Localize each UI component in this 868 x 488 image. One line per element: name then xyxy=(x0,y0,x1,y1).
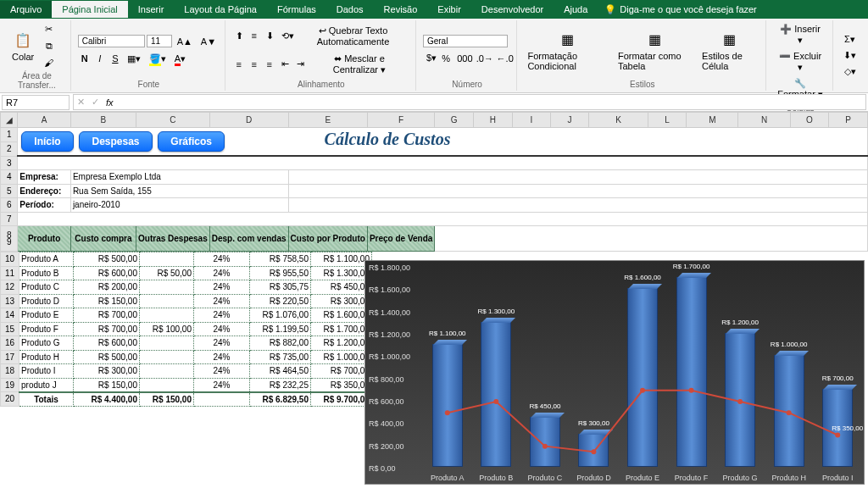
col-header[interactable]: H xyxy=(474,113,513,128)
fx-icon[interactable]: fx xyxy=(106,97,114,108)
conditional-format-button[interactable]: ▦Formatação Condicional xyxy=(524,25,611,75)
fill-color-button[interactable]: 🪣▾ xyxy=(146,52,170,66)
cell-custo[interactable]: R$ 500,00 xyxy=(74,252,140,267)
format-table-button[interactable]: ▦Formatar como Tabela xyxy=(615,25,695,75)
row-header[interactable]: 89 xyxy=(1,226,18,252)
cell-outras[interactable]: R$ 100,00 xyxy=(140,322,194,336)
row-header[interactable]: 11 xyxy=(1,266,19,280)
cell-outras[interactable] xyxy=(140,350,194,364)
clear-button[interactable]: ◇▾ xyxy=(840,64,860,79)
cell-desp[interactable]: 24% xyxy=(194,266,250,280)
cell-custopp[interactable]: R$ 1.076,00 xyxy=(250,308,311,323)
cell-desp[interactable]: 24% xyxy=(194,378,250,392)
cell-total[interactable]: R$ 6.829,50 xyxy=(250,392,311,407)
cell-custopp[interactable]: R$ 305,75 xyxy=(250,280,311,295)
font-name-select[interactable]: Calibri xyxy=(78,35,145,47)
italic-button[interactable]: I xyxy=(93,52,107,65)
cell-custo[interactable]: R$ 700,00 xyxy=(74,322,140,336)
cell-total[interactable]: R$ 9.700,00 xyxy=(311,392,372,407)
cell-total[interactable] xyxy=(194,392,250,407)
cell-produto[interactable]: Produto E xyxy=(19,308,74,323)
cell-styles-button[interactable]: ▦Estilos de Célula xyxy=(698,25,760,75)
row-header[interactable]: 6 xyxy=(1,198,18,213)
align-top-button[interactable]: ⬆ xyxy=(232,29,246,43)
tab-help[interactable]: Ajuda xyxy=(554,1,598,18)
cell-desp[interactable]: 24% xyxy=(194,322,250,336)
cell-custopp[interactable]: R$ 758,50 xyxy=(250,252,311,267)
row-header[interactable]: 17 xyxy=(1,350,19,364)
insert-cells-button[interactable]: ➕ Inserir ▾ xyxy=(773,22,827,47)
th-outras[interactable]: Outras Despesas xyxy=(136,226,210,252)
row-header[interactable]: 10 xyxy=(1,252,19,267)
format-painter-button[interactable]: 🖌 xyxy=(41,56,57,69)
col-header[interactable]: M xyxy=(687,113,738,128)
cell-preco[interactable]: R$ 1.300,00 xyxy=(311,266,372,280)
cell-outras[interactable] xyxy=(140,364,194,379)
dec-decimal-button[interactable]: ←.0 xyxy=(493,52,512,65)
tab-home[interactable]: Página Inicial xyxy=(52,1,127,18)
underline-button[interactable]: S xyxy=(108,52,122,65)
cell-preco[interactable]: R$ 1.100,00 xyxy=(311,252,372,267)
cell-custo[interactable]: R$ 150,00 xyxy=(74,378,140,392)
row-header[interactable]: 13 xyxy=(1,294,19,308)
cell-preco[interactable]: R$ 1.600,00 xyxy=(311,308,372,323)
align-left-button[interactable]: ≡ xyxy=(232,58,246,71)
cell-outras[interactable]: R$ 50,00 xyxy=(140,266,194,280)
select-all-corner[interactable]: ◢ xyxy=(1,113,18,128)
cell-custopp[interactable]: R$ 882,00 xyxy=(250,336,311,351)
align-right-button[interactable]: ≡ xyxy=(263,58,276,71)
col-header[interactable]: E xyxy=(288,113,367,128)
cell-desp[interactable]: 24% xyxy=(194,364,250,379)
tab-insert[interactable]: Inserir xyxy=(128,1,175,18)
cell-desp[interactable]: 24% xyxy=(194,280,250,295)
align-middle-button[interactable]: ≡ xyxy=(248,29,261,42)
border-button[interactable]: ▦▾ xyxy=(124,52,144,66)
cancel-icon[interactable]: ✕ xyxy=(77,97,85,108)
cell-preco[interactable]: R$ 350,00 xyxy=(311,378,372,392)
align-bottom-button[interactable]: ⬇ xyxy=(263,29,276,43)
col-header[interactable]: B xyxy=(70,113,136,128)
font-size-select[interactable]: 11 xyxy=(147,35,172,47)
cell-produto[interactable]: produto J xyxy=(19,378,74,392)
nav-graficos-button[interactable]: Gráficos xyxy=(158,131,225,152)
th-custopp[interactable]: Custo por Produto xyxy=(288,226,367,252)
th-preco[interactable]: Preço de Venda xyxy=(367,226,434,252)
align-center-button[interactable]: ≡ xyxy=(248,58,261,71)
percent-button[interactable]: % xyxy=(438,52,452,65)
cell-produto[interactable]: Produto F xyxy=(19,322,74,336)
tab-review[interactable]: Revisão xyxy=(374,1,428,18)
orientation-button[interactable]: ⟲▾ xyxy=(278,29,294,43)
chart-bar[interactable] xyxy=(725,333,755,467)
cell-outras[interactable] xyxy=(140,308,194,323)
number-format-select[interactable]: Geral xyxy=(423,35,508,47)
cell-total[interactable]: Totais xyxy=(19,392,74,407)
formula-bar[interactable]: ✕✓fx xyxy=(73,94,866,110)
chart[interactable]: R$ 0,00R$ 200,00R$ 400,00R$ 600,00R$ 800… xyxy=(364,260,865,485)
chart-bar[interactable] xyxy=(481,322,511,467)
col-header[interactable]: L xyxy=(648,113,686,128)
cell-outras[interactable] xyxy=(140,280,194,295)
tell-me[interactable]: 💡Diga-me o que você deseja fazer xyxy=(598,1,763,19)
chart-bar[interactable] xyxy=(578,434,609,468)
tab-formulas[interactable]: Fórmulas xyxy=(267,1,326,18)
cell-produto[interactable]: Produto H xyxy=(19,350,74,364)
cell-custo[interactable]: R$ 600,00 xyxy=(74,336,140,351)
row-header[interactable]: 19 xyxy=(1,378,19,392)
col-header[interactable]: J xyxy=(550,113,588,128)
cell-outras[interactable] xyxy=(140,294,194,308)
cell-preco[interactable]: R$ 1.000,00 xyxy=(311,350,372,364)
row-header[interactable]: 20 xyxy=(1,392,19,407)
row-header[interactable]: 16 xyxy=(1,336,19,351)
decrease-font-button[interactable]: A▼ xyxy=(198,35,220,48)
th-produto[interactable]: Produto xyxy=(18,226,71,252)
col-header[interactable]: A xyxy=(18,113,71,128)
chart-bar[interactable] xyxy=(627,288,658,467)
tab-developer[interactable]: Desenvolvedor xyxy=(471,1,554,18)
cell-outras[interactable] xyxy=(140,252,194,267)
col-header[interactable]: G xyxy=(435,113,474,128)
copy-button[interactable]: ⧉ xyxy=(41,39,57,53)
row-header[interactable]: 1 xyxy=(1,128,18,142)
cell-preco[interactable]: R$ 1.200,00 xyxy=(311,336,372,351)
cut-button[interactable]: ✂ xyxy=(41,22,57,36)
cell-preco[interactable]: R$ 1.700,00 xyxy=(311,322,372,336)
